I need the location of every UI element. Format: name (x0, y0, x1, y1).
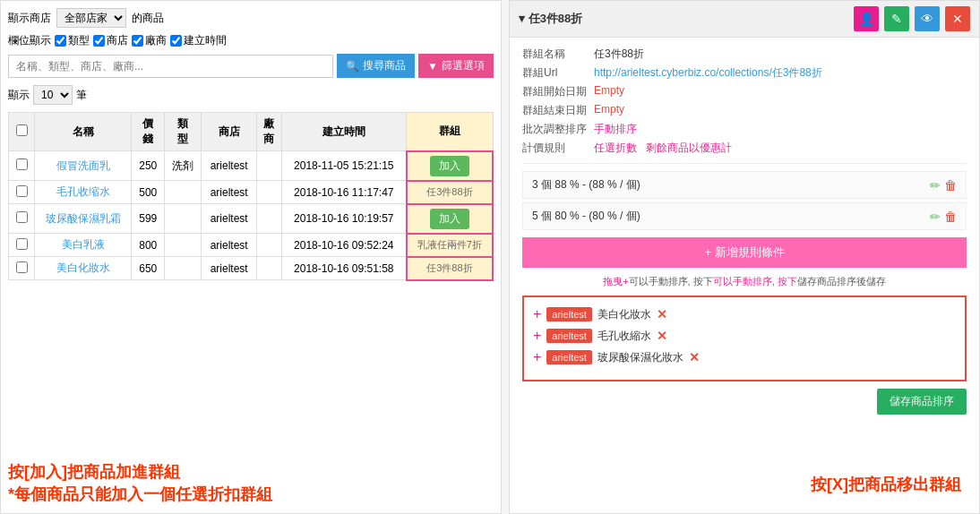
table-row: 假冒洗面乳 250 洗剤 arieltest 2018-11-05 15:21:… (9, 151, 494, 181)
row-created: 2018-10-16 11:17:47 (281, 181, 406, 204)
product-name-link[interactable]: 美白乳液 (62, 238, 105, 251)
show-count-select[interactable]: 10 (33, 85, 73, 105)
rule-text: 5 個 80 % - (80 % / 個) (532, 209, 640, 224)
row-type (165, 204, 202, 234)
start-date-label: 群組開始日期 (522, 84, 594, 99)
group-url-link[interactable]: http://arieltest.cyberbiz.co/collections… (594, 66, 822, 79)
row-checkbox (9, 181, 35, 204)
col-vendor-header: 廠商 (256, 113, 281, 151)
rule-text: 3 個 88 % - (88 % / 個) (532, 177, 640, 193)
row-created: 2018-10-16 09:52:24 (281, 234, 406, 257)
right-content: 群組名稱 任3件88折 群組Url http://arieltest.cyber… (510, 38, 979, 398)
join-group-button[interactable]: 加入 (430, 209, 469, 229)
row-select-checkbox[interactable] (16, 211, 28, 223)
drag-handle-icon[interactable]: + (533, 328, 541, 344)
rule-row: 計價規則 任選折數 剩餘商品以優惠計 (522, 141, 967, 156)
rule-label: 計價規則 (522, 141, 594, 156)
rule-edit-icon[interactable]: ✏ (930, 178, 941, 193)
row-store: arieltest (202, 151, 256, 181)
product-name-link[interactable]: 假冒洗面乳 (56, 159, 110, 172)
close-button[interactable]: ✕ (945, 6, 970, 31)
rule-link2[interactable]: 剩餘商品以優惠計 (646, 141, 732, 154)
row-select-checkbox[interactable] (16, 158, 28, 170)
row-store: arieltest (202, 257, 256, 280)
adjust-link[interactable]: 手動排序 (594, 123, 637, 135)
product-tags-area: + arieltest 美白化妝水 ✕ + arieltest 毛孔收縮水 ✕ … (522, 296, 967, 381)
drag-handle-icon[interactable]: + (533, 349, 541, 365)
column-toggle-label: 欄位顯示 (8, 33, 51, 48)
adjust-value: 手動排序 (594, 122, 637, 137)
store-select[interactable]: 全部店家 (56, 8, 126, 28)
product-tag-row: + arieltest 毛孔收縮水 ✕ (533, 328, 956, 344)
row-vendor (256, 204, 281, 234)
end-date-label: 群組結束日期 (522, 103, 594, 118)
col-created-header: 建立時間 (281, 113, 406, 151)
drag-note-save: 儲存商品排序 (797, 276, 856, 287)
store-label: 顯示商店 (8, 11, 51, 26)
select-all-checkbox[interactable] (16, 124, 28, 136)
group-url-value: http://arieltest.cyberbiz.co/collections… (594, 65, 822, 81)
row-group: 加入 (407, 204, 493, 234)
row-name: 美白化妝水 (35, 257, 132, 280)
row-price: 800 (132, 234, 165, 257)
show-unit: 筆 (76, 88, 87, 103)
row-price: 599 (132, 204, 165, 234)
row-price: 250 (132, 151, 165, 181)
rule-delete-icon[interactable]: 🗑 (944, 210, 957, 224)
row-select-checkbox[interactable] (16, 185, 28, 197)
row-name: 美白乳液 (35, 234, 132, 257)
search-icon: 🔍 (346, 60, 359, 73)
right-note: 按[X]把商品移出群組 (811, 474, 961, 495)
left-panel: 顯示商店 全部店家 的商品 欄位顯示 類型 商店 廠商 建立時間 🔍 搜尋商品 … (0, 0, 502, 514)
tag-remove-button[interactable]: ✕ (657, 329, 667, 343)
row-select-checkbox[interactable] (16, 238, 28, 250)
visibility-button[interactable]: 👁 (915, 6, 940, 31)
product-table: 名稱 價錢 類型 商店 廠商 建立時間 群組 假冒洗面乳 250 洗剤 arie… (8, 112, 494, 281)
col-checkbox (9, 113, 35, 151)
rule-link1[interactable]: 任選折數 (594, 141, 637, 154)
row-group: 乳液任兩件7折 (407, 234, 493, 257)
tag-remove-button[interactable]: ✕ (657, 307, 667, 321)
drag-handle-icon[interactable]: + (533, 306, 541, 322)
col-store-toggle[interactable]: 商店 (93, 33, 128, 48)
person-button[interactable]: 👤 (854, 6, 879, 31)
col-type-toggle[interactable]: 類型 (55, 33, 90, 48)
col-vendor-toggle[interactable]: 廠商 (132, 33, 167, 48)
tag-store-badge: arieltest (546, 329, 592, 343)
search-bar: 🔍 搜尋商品 ▼ 篩選選項 (8, 54, 494, 78)
save-order-link[interactable]: 可以手動排序, 按下 (713, 276, 797, 287)
table-row: 玻尿酸保濕乳霜 599 arieltest 2018-10-16 10:19:5… (9, 204, 494, 234)
group-name-row: 群組名稱 任3件88折 (522, 47, 967, 62)
col-created-toggle[interactable]: 建立時間 (170, 33, 227, 48)
show-label: 顯示 (8, 88, 30, 103)
store-unit: 的商品 (132, 11, 164, 26)
save-sort-button[interactable]: 儲存商品排序 (877, 389, 967, 415)
drag-note-link[interactable]: 拖曳+ (603, 276, 628, 287)
group-url-label: 群組Url (522, 65, 594, 81)
row-select-checkbox[interactable] (16, 261, 28, 273)
row-name: 玻尿酸保濕乳霜 (35, 204, 132, 234)
search-button[interactable]: 🔍 搜尋商品 (337, 54, 415, 78)
join-group-button[interactable]: 加入 (430, 156, 469, 176)
rule-delete-icon[interactable]: 🗑 (944, 178, 957, 193)
drag-note: 拖曳+可以手動排序, 按下可以手動排序, 按下儲存商品排序後儲存 (522, 275, 967, 288)
product-name-link[interactable]: 美白化妝水 (56, 261, 110, 274)
search-input[interactable] (8, 55, 333, 78)
product-name-link[interactable]: 毛孔收缩水 (56, 185, 110, 198)
product-name-link[interactable]: 玻尿酸保濕乳霜 (46, 212, 121, 225)
start-date-row: 群組開始日期 Empty (522, 84, 967, 99)
product-tag-row: + arieltest 美白化妝水 ✕ (533, 306, 956, 322)
edit-button[interactable]: ✎ (884, 6, 909, 31)
tag-product-name: 玻尿酸保濕化妝水 (597, 350, 683, 365)
tag-product-name: 毛孔收縮水 (597, 329, 651, 344)
rule-value: 任選折數 剩餘商品以優惠計 (594, 141, 732, 156)
end-date-row: 群組結束日期 Empty (522, 103, 967, 118)
top-bar: 顯示商店 全部店家 的商品 (8, 8, 494, 28)
tag-remove-button[interactable]: ✕ (689, 350, 700, 364)
add-rule-button[interactable]: + 新增規則條件 (522, 237, 967, 268)
filter-button[interactable]: ▼ 篩選選項 (418, 54, 494, 78)
end-date-value: Empty (594, 103, 624, 116)
row-group: 加入 (407, 151, 493, 181)
group-name-display: 任3件88折 (426, 262, 472, 273)
rule-edit-icon[interactable]: ✏ (930, 210, 941, 224)
